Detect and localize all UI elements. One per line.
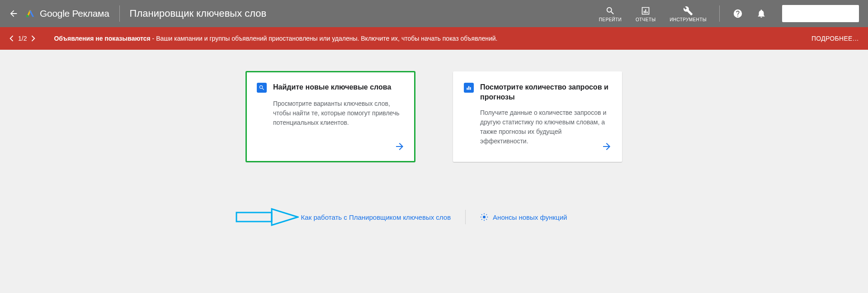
svg-rect-1 xyxy=(644,11,645,13)
instruments-tool-label: ИНСТРУМЕНТЫ xyxy=(670,17,707,22)
find-card-desc: Просмотрите варианты ключевых слов, чтоб… xyxy=(273,99,404,128)
app-header: Google Реклама Планировщик ключевых слов… xyxy=(0,0,868,27)
alert-strong: Объявления не показываются xyxy=(54,35,150,42)
account-switcher[interactable] xyxy=(782,5,859,22)
brand-text: Google Реклама xyxy=(40,8,109,19)
svg-point-0 xyxy=(26,15,29,18)
chart-box-icon xyxy=(464,83,474,93)
header-separator-2 xyxy=(719,5,720,22)
announcements-label: Анонсы новых функций xyxy=(493,213,567,221)
footer-separator xyxy=(465,210,466,224)
svg-line-13 xyxy=(481,214,482,215)
reports-tool[interactable]: ОТЧЕТЫ xyxy=(634,5,657,22)
svg-line-14 xyxy=(486,219,487,220)
header-tools: ПЕРЕЙТИ ОТЧЕТЫ ИНСТРУМЕНТЫ xyxy=(599,5,859,22)
forecast-card-title: Посмотрите количество запросов и прогноз… xyxy=(480,82,611,102)
alert-bar: 1/2 Объявления не показываются - Ваши ка… xyxy=(0,27,868,50)
instruments-tool[interactable]: ИНСТРУМЕНТЫ xyxy=(670,5,707,22)
alert-pager: 1/2 xyxy=(9,35,36,42)
notifications-icon[interactable] xyxy=(756,8,767,19)
alert-message: Объявления не показываются - Ваши кампан… xyxy=(54,35,811,42)
arrow-right-icon xyxy=(601,141,612,154)
search-tool-label: ПЕРЕЙТИ xyxy=(599,17,622,22)
svg-line-15 xyxy=(481,219,482,220)
page-title: Планировщик ключевых слов xyxy=(130,8,599,19)
wrench-icon xyxy=(683,5,693,16)
help-icon[interactable] xyxy=(732,8,743,19)
find-keywords-card[interactable]: Найдите новые ключевые слова Просмотрите… xyxy=(246,71,415,162)
alert-prev-icon[interactable] xyxy=(9,35,14,42)
svg-rect-5 xyxy=(468,86,469,90)
option-cards: Найдите новые ключевые слова Просмотрите… xyxy=(246,71,622,162)
back-arrow-icon[interactable] xyxy=(8,8,19,19)
svg-rect-6 xyxy=(470,87,471,90)
svg-rect-2 xyxy=(645,9,646,13)
search-box-icon xyxy=(257,83,267,93)
new-feature-icon xyxy=(480,213,488,221)
ads-logo-icon xyxy=(25,9,35,19)
reports-icon xyxy=(640,5,651,16)
svg-point-8 xyxy=(483,216,486,218)
annotation-arrow-icon xyxy=(236,208,299,228)
howto-link[interactable]: Как работать с Планировщиком ключевых сл… xyxy=(301,213,451,221)
alert-details-link[interactable]: ПОДРОБНЕЕ… xyxy=(811,35,859,42)
svg-rect-3 xyxy=(647,11,648,13)
announcements-link[interactable]: Анонсы новых функций xyxy=(480,213,567,221)
alert-next-icon[interactable] xyxy=(31,35,36,42)
search-tool[interactable]: ПЕРЕЙТИ xyxy=(599,5,622,22)
forecast-card-desc: Получите данные о количестве запросов и … xyxy=(480,108,611,146)
google-ads-logo[interactable]: Google Реклама xyxy=(25,8,109,19)
header-separator xyxy=(119,5,120,22)
svg-line-16 xyxy=(486,214,487,215)
forecast-card[interactable]: Посмотрите количество запросов и прогноз… xyxy=(453,71,622,162)
arrow-right-icon xyxy=(394,141,405,154)
alert-index: 1/2 xyxy=(18,35,27,42)
reports-tool-label: ОТЧЕТЫ xyxy=(636,17,656,22)
main-content: Найдите новые ключевые слова Просмотрите… xyxy=(0,50,868,224)
search-icon xyxy=(605,5,616,16)
footer-links: Как работать с Планировщиком ключевых сл… xyxy=(301,210,567,224)
svg-rect-7 xyxy=(236,213,272,222)
find-card-title: Найдите новые ключевые слова xyxy=(273,82,391,92)
svg-rect-4 xyxy=(467,88,467,90)
